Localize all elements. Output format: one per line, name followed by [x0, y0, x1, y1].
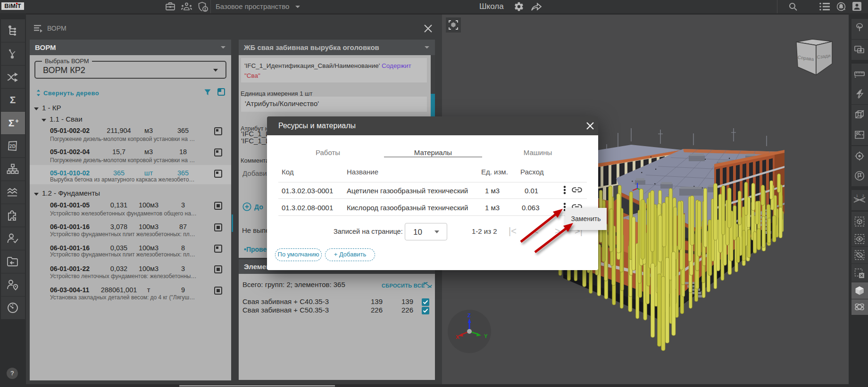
svg-text:X: X: [456, 334, 459, 340]
svg-text:1: 1: [856, 194, 858, 198]
svg-text:2: 2: [862, 194, 864, 198]
svg-text:Σ: Σ: [10, 94, 16, 105]
svg-text:Y: Y: [484, 333, 488, 339]
svg-text:Z: Z: [467, 313, 471, 318]
svg-text:2D: 2D: [9, 144, 16, 149]
svg-text:Σ: Σ: [8, 117, 15, 128]
svg-text:+: +: [15, 117, 19, 124]
